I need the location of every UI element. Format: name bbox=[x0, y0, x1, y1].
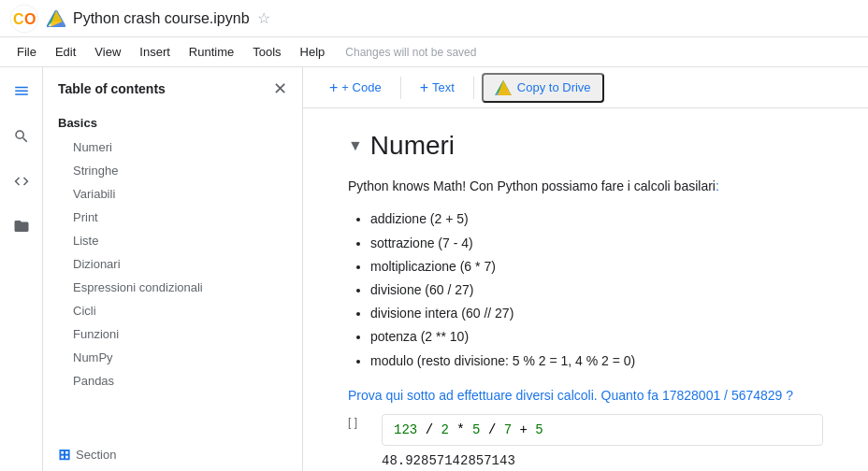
code-num3: 5 bbox=[472, 422, 480, 437]
notebook-area: + + Code + Text Copy to Drive ▼ bbox=[303, 67, 868, 471]
toc-item-cicli[interactable]: Cicli bbox=[43, 299, 302, 322]
bullet-item-3: divisione (60 / 27) bbox=[370, 278, 823, 302]
add-section-icon: ⊞ bbox=[58, 446, 70, 464]
menu-tools[interactable]: Tools bbox=[245, 41, 288, 63]
text-label: Text bbox=[432, 80, 455, 94]
code-label: + Code bbox=[341, 80, 381, 94]
toc-item-numeri[interactable]: Numeri bbox=[43, 136, 302, 159]
code-block[interactable]: 123 / 2 * 5 / 7 + 5 bbox=[382, 414, 823, 446]
bullet-item-2: moltiplicazione (6 * 7) bbox=[370, 255, 823, 278]
code-num2: 2 bbox=[441, 422, 448, 437]
menu-bar: File Edit View Insert Runtime Tools Help… bbox=[0, 37, 868, 67]
notebook-title: Python crash course.ipynb bbox=[73, 10, 250, 27]
toc-item-dizionari[interactable]: Dizionari bbox=[43, 252, 302, 276]
code-num1: 123 bbox=[394, 422, 417, 437]
menu-edit[interactable]: Edit bbox=[48, 41, 83, 63]
code-op3: / bbox=[488, 422, 504, 437]
svg-rect-8 bbox=[15, 91, 28, 93]
toc-content: Basics Numeri Stringhe Variabili Print L… bbox=[43, 107, 302, 438]
top-bar: C O Python crash course.ipynb ☆ bbox=[0, 0, 868, 37]
toc-item-espressioni[interactable]: Espressioni condizionali bbox=[43, 276, 302, 299]
cell-label: [ ] bbox=[348, 414, 374, 429]
code-op2: * bbox=[456, 422, 472, 437]
toc-title: Table of contents bbox=[58, 81, 166, 96]
colab-logo: C O bbox=[9, 4, 39, 34]
toc-item-variabili[interactable]: Variabili bbox=[43, 182, 302, 206]
toc-add-section[interactable]: ⊞ Section bbox=[43, 438, 302, 471]
toc-header: Table of contents ✕ bbox=[43, 67, 302, 107]
toolbar-separator-2 bbox=[473, 77, 474, 99]
add-text-button[interactable]: + Text bbox=[409, 74, 466, 102]
toc-item-pandas[interactable]: Pandas bbox=[43, 369, 302, 392]
toc-section-basics: Basics bbox=[43, 110, 302, 136]
bullet-item-1: sottrazione (7 - 4) bbox=[370, 232, 823, 255]
intro-text: Python knows Math! Con Python possiamo f… bbox=[348, 178, 716, 193]
toc-item-numpy[interactable]: NumPy bbox=[43, 346, 302, 369]
copy-to-drive-button[interactable]: Copy to Drive bbox=[482, 73, 604, 103]
svg-rect-7 bbox=[15, 87, 28, 89]
bullet-item-4: divisione intera (60 // 27) bbox=[370, 302, 823, 325]
code-num5: 5 bbox=[535, 422, 542, 437]
toc-icon[interactable] bbox=[7, 77, 36, 107]
intro-cell: Python knows Math! Con Python possiamo f… bbox=[348, 176, 823, 196]
bullet-item-5: potenza (2 ** 10) bbox=[370, 325, 823, 349]
intro-colon: : bbox=[716, 178, 719, 193]
main-layout: Table of contents ✕ Basics Numeri String… bbox=[0, 67, 868, 471]
toolbar-separator bbox=[400, 77, 401, 99]
menu-view[interactable]: View bbox=[87, 41, 128, 63]
prova-text: Prova qui sotto ad effettuare diversi ca… bbox=[348, 388, 823, 403]
toc-item-print[interactable]: Print bbox=[43, 206, 302, 229]
add-section-label: Section bbox=[76, 448, 116, 462]
toc-close-icon[interactable]: ✕ bbox=[273, 78, 287, 99]
plus-code-icon: + bbox=[329, 79, 338, 96]
toc-item-stringhe[interactable]: Stringhe bbox=[43, 159, 302, 182]
heading-text: Numeri bbox=[370, 131, 455, 161]
menu-file[interactable]: File bbox=[9, 41, 44, 63]
code-output: 48.92857142857143 bbox=[348, 453, 823, 468]
code-num4: 7 bbox=[504, 422, 512, 437]
drive-small-icon bbox=[495, 80, 512, 95]
menu-help[interactable]: Help bbox=[293, 41, 333, 63]
menu-runtime[interactable]: Runtime bbox=[181, 41, 241, 63]
sidebar-icons bbox=[0, 67, 43, 471]
notebook-content: ▼ Numeri Python knows Math! Con Python p… bbox=[303, 108, 868, 471]
toc-panel: Table of contents ✕ Basics Numeri String… bbox=[43, 67, 303, 471]
bullet-list: addizione (2 + 5) sottrazione (7 - 4) mo… bbox=[348, 207, 823, 372]
add-code-button[interactable]: + + Code bbox=[318, 74, 393, 102]
copy-drive-label: Copy to Drive bbox=[517, 80, 591, 94]
toc-item-liste[interactable]: Liste bbox=[43, 229, 302, 252]
search-icon[interactable] bbox=[7, 121, 36, 151]
star-icon[interactable]: ☆ bbox=[257, 9, 270, 27]
svg-rect-9 bbox=[15, 93, 28, 95]
bullet-item-0: addizione (2 + 5) bbox=[370, 207, 823, 231]
unsaved-note: Changes will not be saved bbox=[345, 46, 476, 59]
svg-text:O: O bbox=[24, 11, 36, 27]
bullet-item-6: modulo (resto divisione: 5 % 2 = 1, 4 % … bbox=[370, 350, 823, 373]
drive-icon bbox=[47, 10, 65, 27]
code-op1: / bbox=[426, 422, 441, 437]
section-heading: ▼ Numeri bbox=[348, 131, 823, 161]
plus-text-icon: + bbox=[420, 79, 428, 96]
code-cell: [ ] 123 / 2 * 5 / 7 + 5 bbox=[348, 414, 823, 446]
notebook-toolbar: + + Code + Text Copy to Drive bbox=[303, 67, 868, 108]
toc-item-funzioni[interactable]: Funzioni bbox=[43, 322, 302, 346]
menu-insert[interactable]: Insert bbox=[132, 41, 178, 63]
svg-text:C: C bbox=[13, 11, 24, 27]
collapse-arrow-icon[interactable]: ▼ bbox=[348, 137, 363, 154]
code-icon[interactable] bbox=[7, 166, 36, 196]
code-op4: + bbox=[520, 422, 536, 437]
files-icon[interactable] bbox=[7, 211, 36, 241]
